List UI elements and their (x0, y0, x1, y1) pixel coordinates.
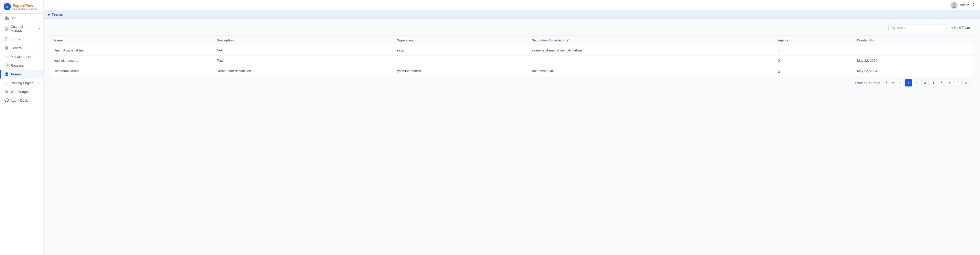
sidebar-item-agent-desk[interactable]: 💬 Agent Desk (0, 96, 43, 105)
sidebar-item-routing-engine[interactable]: ⑂ Routing Engine ▾ (0, 78, 43, 87)
page-2-button[interactable]: 2 (913, 79, 920, 86)
cell-agents[interactable]: 3 (774, 66, 853, 76)
toolbar: 🔍 + New Team (50, 24, 974, 31)
svg-text:EF: EF (5, 5, 9, 8)
search-icon: 🔍 (891, 26, 896, 30)
cell-agents[interactable]: 4 (774, 45, 853, 56)
cell-secondary-supervisor (528, 56, 774, 66)
reasons-icon: 📝 (4, 63, 8, 67)
sidebar-item-label: Web Widget (11, 90, 29, 94)
logo-brand: ExpertFlow (12, 3, 37, 8)
cell-name: Team A sabahat test (50, 45, 212, 56)
logo-icon: EF (3, 3, 11, 10)
sidebar-item-label: General (11, 46, 22, 50)
general-icon: ⚙️ (4, 46, 8, 50)
cell-name: test with descrip (50, 56, 212, 66)
sidebar-item-label: Forms (11, 37, 20, 41)
cell-supervisor (393, 56, 528, 66)
cell-created-on: May 22, 2024 (853, 66, 974, 76)
col-created-on: Created On (853, 36, 974, 45)
table-body: Team A sabahat test N/A raza yasmine.ahm… (50, 45, 974, 76)
logo-text: ExpertFlow your callcenter experts (12, 3, 37, 10)
cell-description: Test (212, 56, 393, 66)
avatar (950, 2, 958, 9)
page-content: 🔍 + New Team Name Description Supervisor… (44, 19, 980, 255)
table-row: Team A sabahat test N/A raza yasmine.ahm… (50, 45, 974, 56)
page-6-button[interactable]: 6 (946, 79, 953, 86)
breadcrumb: ▶ Teams (44, 10, 980, 19)
logo-tagline: your callcenter experts (12, 8, 37, 10)
chevron-down-icon: ▾ (38, 81, 40, 84)
cell-supervisor: yasmine.ahmed (393, 66, 528, 76)
sidebar-item-label: Bot (11, 16, 16, 20)
page-5-button[interactable]: 5 (938, 79, 945, 86)
sidebar-item-label: Reasons (11, 64, 24, 67)
sidebar-item-label: Agent Desk (11, 99, 28, 102)
page-4-button[interactable]: 4 (929, 79, 937, 86)
agent-desk-icon: 💬 (4, 98, 8, 102)
page-1-button[interactable]: 1 (905, 79, 912, 86)
page-3-button[interactable]: 3 (921, 79, 929, 86)
table-header-row: Name Description Supervisor Secondary Su… (50, 36, 974, 45)
cell-agents: 0 (774, 56, 853, 66)
cell-created-on: May 22, 2024 (853, 56, 974, 66)
col-agents: Agents (774, 36, 853, 45)
svg-point-3 (952, 6, 956, 8)
new-team-button[interactable]: + New Team (948, 24, 974, 31)
sidebar-item-label: Teams (11, 72, 21, 76)
sidebar-item-pull-mode-list[interactable]: ≡ Pull Mode List (0, 52, 43, 61)
col-name: Name (50, 36, 212, 45)
sidebar-item-reasons[interactable]: 📝 Reasons (0, 61, 43, 70)
entries-per-page-label: Entries Per Page (855, 81, 880, 85)
cell-secondary-supervisor: raza,ahsen.jalil (528, 66, 774, 76)
cell-description: Demo team description (212, 66, 393, 76)
topbar: Admin ⋮ (44, 0, 980, 10)
cell-created-on (853, 45, 974, 56)
forms-icon: 📋 (4, 37, 8, 41)
breadcrumb-chevron-icon: ▶ (48, 13, 50, 16)
col-description: Description (212, 36, 393, 45)
nav-list: 🤖 Bot 📡 Channel Manager ▾ 📋 Forms ⚙️ Gen… (0, 14, 43, 105)
sidebar-item-general[interactable]: ⚙️ General ▾ (0, 43, 43, 52)
cell-name: Test team Demo (50, 66, 212, 76)
cell-description: N/A (212, 45, 393, 56)
table-row: Test team Demo Demo team description yas… (50, 66, 974, 76)
topbar-right: Admin ⋮ (950, 2, 976, 9)
page-7-button[interactable]: 7 (954, 79, 961, 86)
cell-supervisor: raza (393, 45, 528, 56)
admin-name-label: Admin (960, 3, 969, 7)
sidebar-item-label: Channel Manager (11, 25, 37, 32)
prev-page-button[interactable]: « (897, 79, 904, 86)
bot-icon: 🤖 (4, 16, 8, 20)
channel-manager-icon: 📡 (4, 27, 8, 30)
teams-table-container: Name Description Supervisor Secondary Su… (50, 35, 974, 76)
sidebar-item-label: Routing Engine (11, 81, 33, 85)
pull-mode-list-icon: ≡ (4, 54, 8, 59)
routing-engine-icon: ⑂ (4, 81, 8, 85)
teams-table: Name Description Supervisor Secondary Su… (50, 36, 974, 76)
col-supervisor: Supervisor (393, 36, 528, 45)
sidebar-item-label: Pull Mode List (11, 55, 32, 59)
search-box[interactable]: 🔍 (888, 24, 945, 31)
next-page-button[interactable]: » (963, 79, 970, 86)
col-secondary-supervisor: Secondary Supervisor (s) (528, 36, 774, 45)
main-content: Admin ⋮ ▶ Teams 🔍 + New Team Name Descri… (44, 0, 980, 255)
chevron-down-icon: ▾ (38, 46, 40, 49)
sidebar-item-forms[interactable]: 📋 Forms (0, 35, 43, 43)
sidebar-item-web-widget[interactable]: ⊞ Web Widget (0, 87, 43, 96)
search-input[interactable] (897, 26, 942, 30)
pagination-bar: Entries Per Page 5 10 25 «1234567» (50, 76, 974, 89)
more-menu-icon[interactable]: ⋮ (971, 2, 976, 8)
breadcrumb-label: Teams (52, 12, 63, 16)
svg-point-2 (953, 3, 955, 5)
sidebar-item-teams[interactable]: 👤 Teams (0, 70, 43, 78)
sidebar: EF ExpertFlow your callcenter experts 🤖 … (0, 0, 44, 255)
sidebar-item-bot[interactable]: 🤖 Bot (0, 14, 43, 22)
table-row: test with descrip Test 0 May 22, 2024 (50, 56, 974, 66)
entries-select[interactable]: 5 10 25 (883, 80, 895, 86)
web-widget-icon: ⊞ (4, 89, 8, 94)
page-buttons: «1234567» (897, 79, 970, 86)
logo-area: EF ExpertFlow your callcenter experts (0, 0, 43, 14)
sidebar-item-channel-manager[interactable]: 📡 Channel Manager ▾ (0, 22, 43, 35)
chevron-down-icon: ▾ (38, 27, 40, 30)
